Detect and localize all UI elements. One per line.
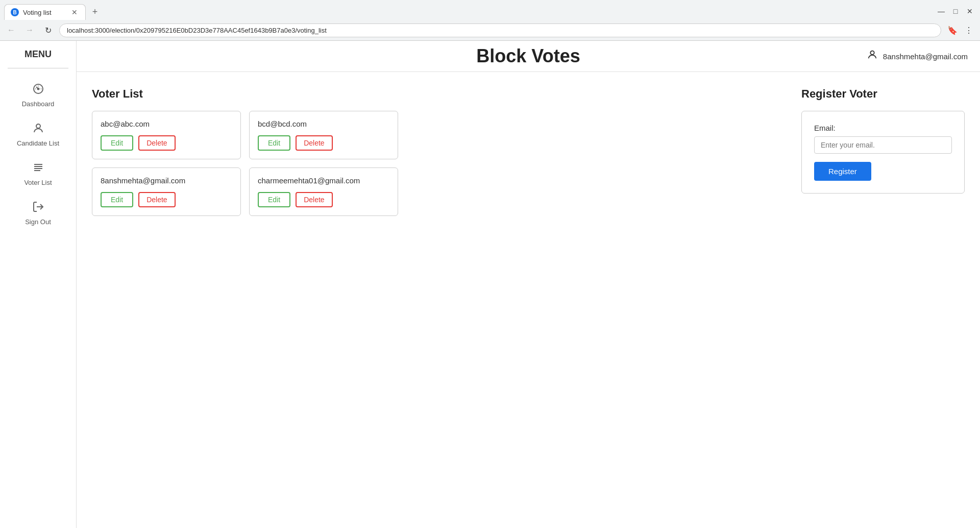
svg-point-9 (35, 168, 36, 169)
register-voter-card: Email: Register (801, 111, 965, 194)
voter-email-0: abc@abc.com (101, 119, 232, 128)
edit-voter-3-button[interactable]: Edit (258, 192, 290, 207)
header: Block Votes 8anshmehta@gmail.com (77, 41, 980, 72)
voter-list-icon (32, 161, 44, 177)
maximize-button[interactable]: □ (949, 5, 962, 17)
forward-button[interactable]: → (22, 23, 37, 37)
candidate-list-icon (32, 122, 44, 137)
svg-point-8 (35, 166, 36, 167)
sidebar-divider (8, 68, 68, 68)
svg-point-11 (870, 51, 874, 55)
voter-card-1: bcd@bcd.com Edit Delete (249, 111, 398, 159)
sidebar-item-dashboard[interactable]: Dashboard (0, 77, 76, 114)
voter-card-1-actions: Edit Delete (258, 135, 389, 151)
new-tab-button[interactable]: + (88, 5, 102, 19)
svg-point-2 (36, 124, 40, 128)
delete-voter-2-button[interactable]: Delete (138, 192, 175, 207)
voter-email-2: 8anshmehta@gmail.com (101, 176, 232, 185)
register-voter-title: Register Voter (801, 87, 965, 101)
dashboard-icon (32, 83, 44, 98)
svg-point-7 (35, 164, 36, 165)
url-bar[interactable] (59, 23, 941, 37)
voter-card-2-actions: Edit Delete (101, 192, 232, 207)
voter-email-1: bcd@bcd.com (258, 119, 389, 128)
user-info: 8anshmehta@gmail.com (867, 49, 968, 63)
voter-list-title: Voter List (92, 87, 781, 101)
voter-card-0-actions: Edit Delete (101, 135, 232, 151)
sidebar: MENU Dashboard Candidate Li (0, 41, 77, 528)
voter-card-3: charmeemehta01@gmail.com Edit Delete (249, 167, 398, 216)
register-button[interactable]: Register (814, 162, 871, 181)
voter-card-0: abc@abc.com Edit Delete (92, 111, 241, 159)
voter-cards-grid: abc@abc.com Edit Delete bcd@bcd.com Edit (92, 111, 398, 216)
main-content: Voter List abc@abc.com Edit Delete (77, 72, 980, 528)
bookmark-button[interactable]: 🔖 (945, 23, 960, 37)
email-input[interactable] (814, 136, 952, 154)
sidebar-item-voter-list[interactable]: Voter List (0, 155, 76, 193)
tab-favicon: B (11, 8, 19, 16)
sign-out-icon (32, 201, 44, 216)
email-label: Email: (814, 124, 952, 132)
tab-close-button[interactable]: ✕ (70, 8, 79, 17)
window-close-button[interactable]: ✕ (964, 5, 976, 17)
browser-menu-button[interactable]: ⋮ (962, 23, 976, 37)
delete-voter-1-button[interactable]: Delete (296, 135, 332, 151)
sidebar-item-dashboard-label: Dashboard (22, 100, 55, 108)
refresh-button[interactable]: ↻ (41, 23, 55, 37)
voter-list-section: Voter List abc@abc.com Edit Delete (92, 87, 781, 216)
voter-card-2: 8anshmehta@gmail.com Edit Delete (92, 167, 241, 216)
edit-voter-2-button[interactable]: Edit (101, 192, 133, 207)
sidebar-item-sign-out[interactable]: Sign Out (0, 195, 76, 232)
voter-card-3-actions: Edit Delete (258, 192, 389, 207)
sidebar-item-voter-list-label: Voter List (24, 179, 52, 186)
back-button[interactable]: ← (4, 23, 18, 37)
user-icon (867, 49, 878, 63)
minimize-button[interactable]: — (935, 5, 947, 17)
voter-email-3: charmeemehta01@gmail.com (258, 176, 389, 185)
sidebar-item-candidate-list[interactable]: Candidate List (0, 116, 76, 153)
edit-voter-0-button[interactable]: Edit (101, 135, 133, 151)
app-title: Block Votes (476, 45, 580, 67)
delete-voter-0-button[interactable]: Delete (138, 135, 175, 151)
delete-voter-3-button[interactable]: Delete (296, 192, 332, 207)
sidebar-item-candidate-list-label: Candidate List (17, 139, 59, 147)
register-voter-section: Register Voter Email: Register (801, 87, 965, 216)
edit-voter-1-button[interactable]: Edit (258, 135, 290, 151)
browser-tab[interactable]: B Voting list ✕ (4, 4, 86, 20)
sidebar-menu-label: MENU (16, 49, 60, 60)
sidebar-item-sign-out-label: Sign Out (25, 218, 51, 226)
svg-point-1 (37, 88, 39, 90)
tab-title: Voting list (23, 9, 66, 16)
user-email: 8anshmehta@gmail.com (883, 52, 968, 61)
